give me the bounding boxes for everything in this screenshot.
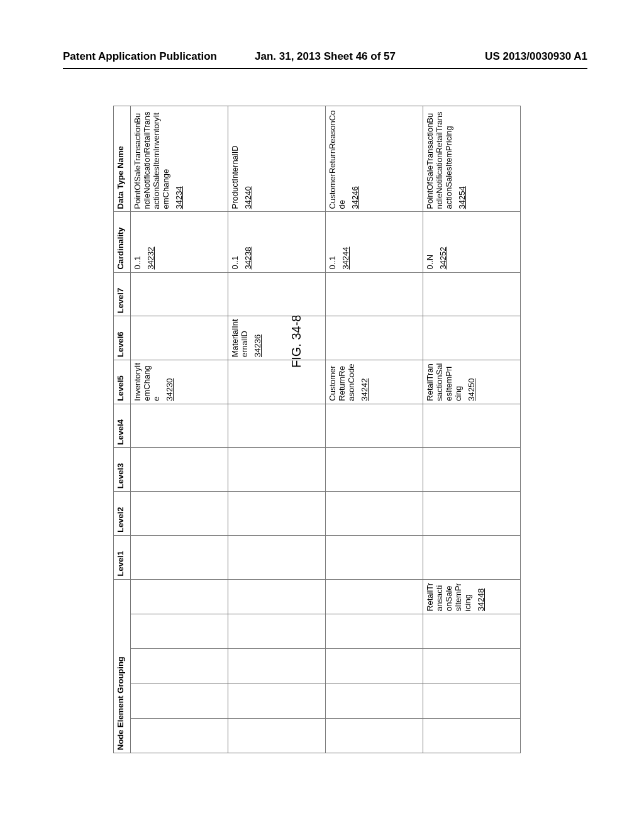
col-level3: Level3 xyxy=(114,448,131,492)
col-data-type-name: Data Type Name xyxy=(114,106,131,212)
col-level7: Level7 xyxy=(114,272,131,316)
lvl6-cell xyxy=(326,316,423,360)
col-level1: Level1 xyxy=(114,535,131,579)
neg-cell xyxy=(131,718,228,753)
data-type-name-cell: CustomerReturnReasonCode34246 xyxy=(326,106,423,212)
lvl4-cell xyxy=(326,404,423,448)
lvl1-cell xyxy=(326,535,423,579)
neg-cell xyxy=(423,718,521,753)
header-rule xyxy=(63,68,587,69)
data-type-name-cell: ProductInternalID34240 xyxy=(228,106,326,212)
neg-cell xyxy=(131,683,228,718)
lvl6-cell: MaterialInternalID34236 xyxy=(228,316,326,360)
lvl5-cell xyxy=(228,360,326,404)
neg-cell xyxy=(228,718,326,753)
neg-cell xyxy=(326,649,423,683)
lvl5-cell: RetailTransactionSalesItemPricing34250 xyxy=(423,360,521,404)
col-level2: Level2 xyxy=(114,492,131,536)
neg-cell: RetailTransactionSalesItemPricing34248 xyxy=(423,579,521,614)
lvl5-cell: CustomerReturnReasonCode34242 xyxy=(326,360,423,404)
lvl2-cell xyxy=(326,492,423,536)
neg-cell xyxy=(131,649,228,683)
lvl5-cell: InventoryItemChange34230 xyxy=(131,360,228,404)
cardinality-cell: 0..N34252 xyxy=(423,212,521,272)
lvl3-cell xyxy=(326,448,423,492)
lvl7-cell xyxy=(131,272,228,316)
neg-cell xyxy=(326,579,423,614)
lvl6-cell xyxy=(423,316,521,360)
header-center: Jan. 31, 2013 Sheet 46 of 57 xyxy=(63,50,587,63)
neg-cell xyxy=(131,614,228,648)
lvl1-cell xyxy=(228,535,326,579)
lvl3-cell xyxy=(131,448,228,492)
lvl4-cell xyxy=(423,404,521,448)
neg-cell xyxy=(326,683,423,718)
col-node-element-grouping: Node Element Grouping xyxy=(114,579,131,753)
lvl2-cell xyxy=(423,492,521,536)
col-cardinality: Cardinality xyxy=(114,212,131,272)
lvl4-cell xyxy=(228,404,326,448)
cardinality-cell: 0..134238 xyxy=(228,212,326,272)
table-row: MaterialInternalID342360..134238ProductI… xyxy=(228,106,326,753)
table-row: InventoryItemChange342300..134232PointOf… xyxy=(131,106,228,753)
neg-cell xyxy=(423,614,521,648)
neg-cell xyxy=(423,649,521,683)
lvl7-cell xyxy=(228,272,326,316)
neg-cell xyxy=(228,649,326,683)
neg-cell xyxy=(326,614,423,648)
table-row: RetailTransactionSalesItemPricing34248Re… xyxy=(423,106,521,753)
lvl6-cell xyxy=(131,316,228,360)
data-type-name-cell: PointOfSaleTransactionBundleNotification… xyxy=(423,106,521,212)
neg-cell xyxy=(326,718,423,753)
lvl4-cell xyxy=(131,404,228,448)
lvl7-cell xyxy=(326,272,423,316)
schema-table: Node Element Grouping Level1 Level2 Leve… xyxy=(113,106,521,753)
cardinality-cell: 0..134244 xyxy=(326,212,423,272)
lvl1-cell xyxy=(423,535,521,579)
col-level4: Level4 xyxy=(114,404,131,448)
col-level5: Level5 xyxy=(114,360,131,404)
lvl2-cell xyxy=(228,492,326,536)
neg-cell xyxy=(131,579,228,614)
col-level6: Level6 xyxy=(114,316,131,360)
neg-cell xyxy=(228,579,326,614)
neg-cell xyxy=(228,614,326,648)
cardinality-cell: 0..134232 xyxy=(131,212,228,272)
lvl7-cell xyxy=(423,272,521,316)
data-type-name-cell: PointOfSaleTransactionBundleNotification… xyxy=(131,106,228,212)
table-row: CustomerReturnReasonCode342420..134244Cu… xyxy=(326,106,423,753)
neg-cell xyxy=(228,683,326,718)
neg-cell xyxy=(423,683,521,718)
lvl3-cell xyxy=(423,448,521,492)
lvl2-cell xyxy=(131,492,228,536)
lvl3-cell xyxy=(228,448,326,492)
lvl1-cell xyxy=(131,535,228,579)
schema-table-wrap: Node Element Grouping Level1 Level2 Leve… xyxy=(113,319,644,753)
